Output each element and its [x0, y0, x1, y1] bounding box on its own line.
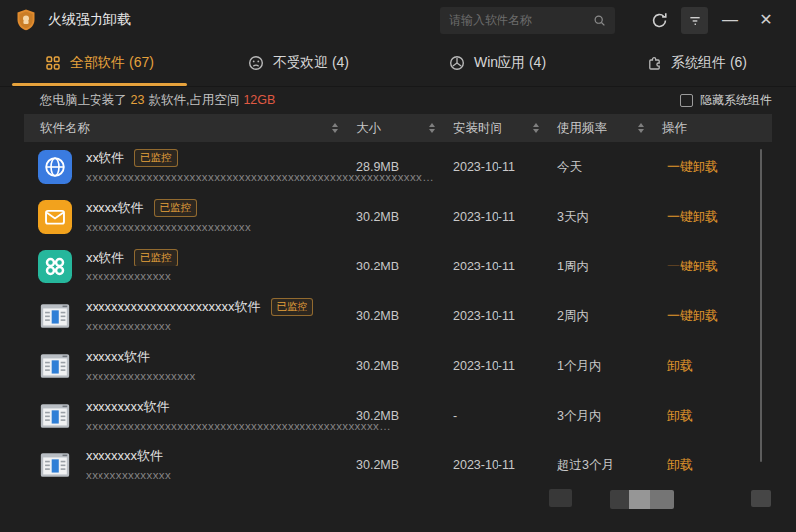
hide-system-label: 隐藏系统组件 — [700, 92, 772, 109]
monitored-badge: 已监控 — [271, 298, 314, 316]
uninstall-button[interactable]: 卸载 — [667, 341, 693, 391]
hide-system-checkbox[interactable] — [680, 94, 693, 107]
column-header-usage-frequency: 使用频率 — [557, 120, 607, 137]
app-desc: xxxxxxxxxxxxxxxxxxxxxxxxxxx — [86, 221, 251, 233]
install-date: - — [453, 391, 457, 441]
close-icon: ✕ — [759, 12, 772, 28]
app-name: xx软件 — [86, 249, 124, 266]
redacted-block — [610, 490, 674, 509]
window-icon — [38, 349, 72, 383]
mail-icon — [38, 200, 72, 234]
app-title: 火绒强力卸载 — [48, 11, 131, 29]
tab-all-software[interactable]: 全部软件 (67) — [0, 40, 199, 86]
hide-system-toggle[interactable]: 隐藏系统组件 — [680, 92, 772, 109]
tab-unwelcome[interactable]: 不受欢迎 (4) — [199, 40, 398, 86]
uninstall-button[interactable]: 一键卸载 — [667, 192, 718, 242]
redacted-block — [751, 490, 771, 507]
search-icon[interactable] — [593, 14, 606, 27]
table-row[interactable]: xx软件 已监控 xxxxxxxxxxxxxxxxxxxxxxxxxxxxxxx… — [24, 142, 772, 192]
uninstall-button[interactable]: 一键卸载 — [667, 291, 718, 341]
app-icon — [38, 200, 72, 234]
app-icon — [38, 399, 72, 433]
monitored-badge: 已监控 — [134, 249, 178, 266]
install-date: 2023-10-11 — [453, 291, 515, 341]
app-icon — [38, 250, 72, 283]
filter-button[interactable] — [681, 7, 708, 34]
globe-icon — [38, 150, 72, 184]
app-size: 30.2MB — [356, 441, 399, 490]
install-date: 2023-10-11 — [453, 192, 515, 242]
sort-install-time-control[interactable] — [533, 123, 539, 133]
app-name: xxxxxx软件 — [86, 348, 150, 366]
scrollbar[interactable] — [760, 149, 762, 462]
usage-frequency: 1个月内 — [557, 341, 601, 391]
table-row[interactable]: xxxxxxxx软件 xxxxxxxxxxxxxx 30.2MB 2023-10… — [24, 441, 772, 490]
uninstall-button[interactable]: 卸载 — [667, 391, 693, 441]
column-header-name: 软件名称 — [40, 120, 90, 137]
table-row[interactable]: xxxxxxxxxxxxxxxxxxxxxxx软件 已监控 xxxxxxxxxx… — [24, 291, 772, 341]
sort-size-control[interactable] — [429, 123, 435, 133]
win-app-icon — [449, 55, 465, 71]
app-icon — [38, 349, 72, 383]
app-size: 30.2MB — [356, 291, 399, 341]
app-desc: xxxxxxxxxxxxxx — [86, 320, 313, 332]
installed-count: 23 — [131, 93, 145, 107]
app-window: 火绒强力卸载 — [0, 0, 796, 532]
table-body: xx软件 已监控 xxxxxxxxxxxxxxxxxxxxxxxxxxxxxxx… — [24, 142, 772, 490]
sort-name-control[interactable] — [332, 123, 338, 133]
app-icon — [38, 448, 72, 482]
uninstall-button[interactable]: 一键卸载 — [667, 142, 718, 192]
uninstall-button[interactable]: 卸载 — [667, 441, 693, 490]
table-row[interactable]: xxxxxx软件 xxxxxxxxxxxxxxxxxx 30.2MB 2023-… — [24, 341, 772, 391]
search-input[interactable] — [449, 13, 593, 27]
tab-bar: 全部软件 (67) 不受欢迎 (4) — [0, 40, 796, 87]
app-name: xxxxx软件 — [86, 199, 144, 217]
puzzle-icon — [646, 55, 662, 71]
app-logo-shield-icon — [14, 8, 38, 32]
app-icon — [38, 299, 72, 333]
app-name: xxxxxxxxxxxxxxxxxxxxxxx软件 — [86, 298, 261, 316]
install-date: 2023-10-11 — [453, 441, 515, 490]
app-icon — [38, 150, 72, 184]
sad-face-icon — [248, 55, 264, 71]
tab-label: 不受欢迎 (4) — [273, 54, 349, 72]
usage-frequency: 3天内 — [557, 192, 589, 242]
app-desc: xxxxxxxxxxxxxxxxxxxxxxxxxxxxxxxxxxxxxxxx… — [86, 420, 391, 432]
usage-frequency: 今天 — [557, 142, 582, 192]
tab-system-components[interactable]: 系统组件 (6) — [597, 40, 796, 86]
usage-frequency: 2周内 — [557, 291, 589, 341]
redacted-block — [549, 489, 572, 507]
used-space: 12GB — [243, 93, 275, 107]
column-header-size: 大小 — [356, 120, 381, 137]
install-date: 2023-10-11 — [453, 142, 515, 192]
install-date: 2023-10-11 — [453, 341, 515, 391]
minimize-icon: — — [722, 12, 738, 28]
uninstall-button[interactable]: 一键卸载 — [667, 242, 718, 291]
app-size: 30.2MB — [356, 242, 399, 291]
window-icon — [38, 399, 72, 433]
summary-bar: 您电脑上安装了 23 款软件,占用空间 12GB 隐藏系统组件 — [0, 87, 796, 114]
search-box[interactable] — [440, 7, 615, 34]
tab-label: 系统组件 (6) — [671, 54, 747, 72]
app-size: 30.2MB — [356, 391, 399, 441]
monitored-badge: 已监控 — [154, 199, 198, 217]
window-icon — [38, 448, 72, 482]
column-header-install-time: 安装时间 — [453, 120, 502, 137]
app-size: 30.2MB — [356, 341, 399, 391]
monitored-badge: 已监控 — [134, 149, 178, 167]
usage-frequency: 3个月内 — [557, 391, 601, 441]
close-button[interactable]: ✕ — [752, 7, 780, 34]
usage-frequency: 超过3个月 — [557, 441, 614, 490]
app-desc: xxxxxxxxxxxxxxxxxx — [86, 370, 196, 382]
sort-usage-frequency-control[interactable] — [638, 123, 644, 133]
table-row[interactable]: xxxxxxxxx软件 xxxxxxxxxxxxxxxxxxxxxxxxxxxx… — [24, 391, 772, 441]
app-desc: xxxxxxxxxxxxxx — [86, 270, 178, 282]
refresh-icon — [651, 12, 668, 29]
table-row[interactable]: xxxxx软件 已监控 xxxxxxxxxxxxxxxxxxxxxxxxxxx … — [24, 192, 772, 242]
minimize-button[interactable]: — — [716, 7, 744, 34]
table-row[interactable]: xx软件 已监控 xxxxxxxxxxxxxx 30.2MB 2023-10-1… — [24, 242, 772, 291]
column-header-action: 操作 — [662, 120, 687, 137]
tab-win-apps[interactable]: Win应用 (4) — [398, 40, 597, 86]
titlebar: 火绒强力卸载 — [0, 0, 796, 40]
refresh-button[interactable] — [645, 7, 673, 34]
